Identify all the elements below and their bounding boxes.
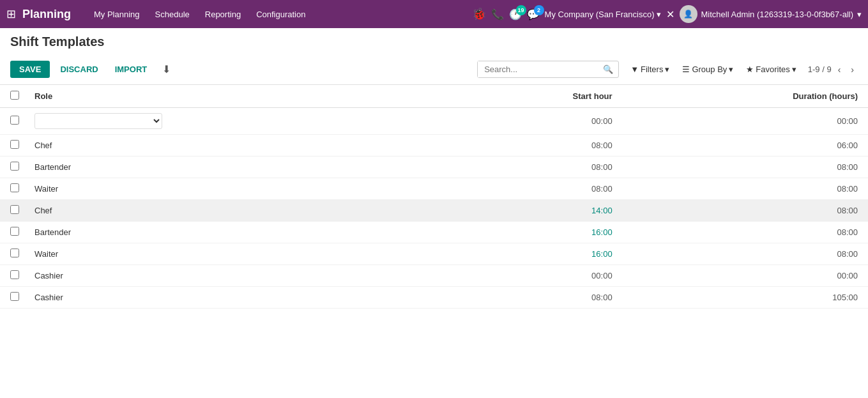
role-cell[interactable]: Waiter bbox=[24, 178, 450, 200]
row-checkbox-cell bbox=[0, 222, 24, 243]
download-button[interactable]: ⬇ bbox=[157, 59, 176, 79]
row-checkbox[interactable] bbox=[10, 270, 19, 279]
filters-chevron-icon: ▾ bbox=[665, 65, 669, 74]
duration-cell[interactable]: 08:00 bbox=[623, 200, 868, 222]
duration-cell[interactable]: 08:00 bbox=[623, 222, 868, 243]
phone-icon[interactable]: 📞 bbox=[491, 8, 504, 20]
search-input[interactable] bbox=[478, 61, 598, 77]
grid-icon[interactable]: ⊞ bbox=[6, 7, 16, 21]
row-checkbox-cell bbox=[0, 200, 24, 222]
search-icon[interactable]: 🔍 bbox=[598, 61, 618, 77]
shift-templates-table: Role Start hour Duration (hours) 00:0000… bbox=[0, 85, 868, 309]
row-checkbox[interactable] bbox=[10, 205, 19, 214]
group-by-button[interactable]: ☰ Group By ▾ bbox=[677, 62, 738, 77]
company-chevron-icon: ▾ bbox=[657, 10, 661, 19]
duration-cell[interactable]: 00:00 bbox=[623, 265, 868, 287]
main-nav: My Planning Schedule Reporting Configura… bbox=[88, 6, 468, 23]
row-checkbox[interactable] bbox=[10, 227, 19, 236]
row-checkbox[interactable] bbox=[10, 140, 19, 149]
new-row-role-select[interactable] bbox=[34, 113, 162, 129]
page-wrapper: Shift Templates SAVE DISCARD IMPORT ⬇ 🔍 … bbox=[0, 28, 868, 398]
row-checkbox[interactable] bbox=[10, 162, 19, 171]
start-hour-cell[interactable]: 14:00 bbox=[450, 200, 622, 222]
role-cell[interactable]: Bartender bbox=[24, 222, 450, 243]
nav-reporting[interactable]: Reporting bbox=[199, 6, 247, 23]
clock-icon[interactable]: 🕐 19 bbox=[509, 8, 522, 20]
role-cell[interactable]: Chef bbox=[24, 200, 450, 222]
select-all-header[interactable] bbox=[0, 85, 24, 108]
table-row: Bartender08:0008:00 bbox=[0, 157, 868, 178]
duration-cell[interactable]: 105:00 bbox=[623, 287, 868, 309]
role-cell[interactable]: Bartender bbox=[24, 157, 450, 178]
table-row: Waiter16:0008:00 bbox=[0, 243, 868, 265]
duration-cell[interactable]: 00:00 bbox=[623, 108, 868, 135]
table-row: Cashier00:0000:00 bbox=[0, 265, 868, 287]
search-container: 🔍 bbox=[477, 61, 619, 78]
start-hour-cell[interactable]: 08:00 bbox=[450, 157, 622, 178]
table-row: Bartender16:0008:00 bbox=[0, 222, 868, 243]
row-checkbox-cell bbox=[0, 265, 24, 287]
discard-button[interactable]: DISCARD bbox=[54, 61, 104, 78]
nav-my-planning[interactable]: My Planning bbox=[88, 6, 146, 23]
start-hour-cell[interactable]: 08:00 bbox=[450, 287, 622, 309]
role-cell[interactable]: Cashier bbox=[24, 287, 450, 309]
row-checkbox-cell bbox=[0, 157, 24, 178]
bug-icon[interactable]: 🐞 bbox=[472, 7, 486, 21]
duration-cell[interactable]: 08:00 bbox=[623, 178, 868, 200]
save-button[interactable]: SAVE bbox=[10, 61, 50, 78]
favorites-chevron-icon: ▾ bbox=[792, 65, 796, 74]
start-hour-cell[interactable]: 16:00 bbox=[450, 243, 622, 265]
import-button[interactable]: IMPORT bbox=[109, 61, 154, 78]
table-row: Chef14:0008:00 bbox=[0, 200, 868, 222]
start-hour-cell[interactable]: 08:00 bbox=[450, 135, 622, 157]
table-header-row: Role Start hour Duration (hours) bbox=[0, 85, 868, 108]
duration-cell[interactable]: 08:00 bbox=[623, 157, 868, 178]
chat-badge: 2 bbox=[534, 5, 544, 15]
duration-cell[interactable]: 08:00 bbox=[623, 243, 868, 265]
prev-page-button[interactable]: ‹ bbox=[834, 63, 845, 76]
row-checkbox-cell bbox=[0, 287, 24, 309]
start-hour-cell[interactable]: 08:00 bbox=[450, 178, 622, 200]
row-checkbox[interactable] bbox=[10, 183, 19, 192]
row-checkbox[interactable] bbox=[10, 292, 19, 301]
role-column-header: Role bbox=[24, 85, 450, 108]
clock-badge: 19 bbox=[516, 5, 526, 15]
role-cell[interactable]: Cashier bbox=[24, 265, 450, 287]
close-icon[interactable]: ✕ bbox=[666, 8, 674, 20]
row-checkbox[interactable] bbox=[10, 249, 19, 257]
list-icon: ☰ bbox=[682, 65, 690, 74]
duration-column-header: Duration (hours) bbox=[623, 85, 868, 108]
start-hour-cell[interactable]: 16:00 bbox=[450, 222, 622, 243]
duration-cell[interactable]: 06:00 bbox=[623, 135, 868, 157]
table-row: 00:0000:00 bbox=[0, 108, 868, 135]
user-chevron-icon: ▾ bbox=[857, 10, 862, 19]
right-controls: 🔍 ▼ Filters ▾ ☰ Group By ▾ ★ Favorites ▾ bbox=[477, 61, 858, 78]
role-cell[interactable]: Chef bbox=[24, 135, 450, 157]
filters-button[interactable]: ▼ Filters ▾ bbox=[625, 62, 674, 77]
filter-icon: ▼ bbox=[630, 65, 639, 74]
table-row: Cashier08:00105:00 bbox=[0, 287, 868, 309]
start-hour-cell[interactable]: 00:00 bbox=[450, 265, 622, 287]
row-checkbox-cell bbox=[0, 243, 24, 265]
start-hour-cell[interactable]: 00:00 bbox=[450, 108, 622, 135]
next-page-button[interactable]: › bbox=[847, 63, 858, 76]
navbar: ⊞ Planning My Planning Schedule Reportin… bbox=[0, 0, 868, 28]
user-menu[interactable]: 👤 Mitchell Admin (1263319-13-0-0f3b67-al… bbox=[680, 5, 862, 23]
chat-icon[interactable]: 💬 2 bbox=[527, 8, 540, 20]
row-checkbox-cell bbox=[0, 108, 24, 135]
role-cell[interactable]: Waiter bbox=[24, 243, 450, 265]
pagination: 1-9 / 9 ‹ › bbox=[808, 63, 858, 76]
avatar: 👤 bbox=[680, 5, 697, 23]
table-row: Chef08:0006:00 bbox=[0, 135, 868, 157]
row-checkbox-cell bbox=[0, 135, 24, 157]
groupby-chevron-icon: ▾ bbox=[729, 65, 733, 74]
nav-schedule[interactable]: Schedule bbox=[149, 6, 196, 23]
row-checkbox[interactable] bbox=[10, 116, 19, 125]
company-selector[interactable]: My Company (San Francisco) ▾ bbox=[545, 10, 661, 19]
role-cell bbox=[24, 108, 450, 135]
page-title: Shift Templates bbox=[10, 34, 858, 49]
favorites-button[interactable]: ★ Favorites ▾ bbox=[741, 62, 801, 77]
star-icon: ★ bbox=[746, 65, 754, 74]
nav-configuration[interactable]: Configuration bbox=[250, 6, 312, 23]
select-all-checkbox[interactable] bbox=[10, 91, 19, 100]
